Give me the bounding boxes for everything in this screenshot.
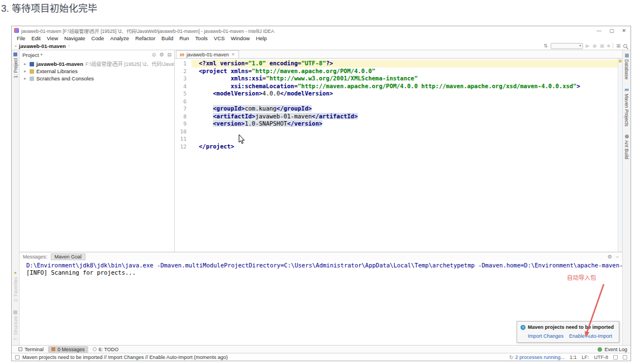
bottom-tab-label: 6: TODO [99, 347, 119, 352]
menu-edit[interactable]: Edit [28, 35, 43, 41]
chevron-down-icon: ▾ [579, 44, 581, 48]
code-line-content: xmlns:xsi="http://www.w3.org/2001/XMLSch… [192, 75, 618, 83]
project-tool-window: Project ▾ ⊙ ⚙ ⊟ ▸javaweb-01-mavenF:\班级管理… [20, 50, 175, 252]
chevron-right-icon: › [68, 43, 70, 49]
bottom-tab-messages[interactable]: 0 Messages [48, 346, 88, 353]
bottom-tab-todo[interactable]: 6: TODO [89, 346, 122, 353]
maven-goal-tab[interactable]: Maven Goal [51, 253, 86, 260]
minimize-button[interactable]: — [596, 28, 601, 33]
editor-scroll-stripe[interactable] [618, 59, 622, 252]
editor-body[interactable]: 1<?xml version="1.0" encoding="UTF-8"?>2… [175, 59, 622, 252]
code-token: <version> [213, 120, 245, 127]
maximize-button[interactable]: ▢ [609, 28, 614, 33]
menu-view[interactable]: View [44, 35, 61, 41]
notification-link-import-changes[interactable]: Import Changes [528, 333, 564, 340]
menu-analyze[interactable]: Analyze [107, 35, 132, 41]
database-icon [625, 54, 629, 58]
code-token: xsi:schemaLocation [231, 83, 294, 89]
toolwindow-button-database[interactable]: Database [624, 54, 629, 79]
search-everywhere-icon[interactable] [623, 44, 627, 48]
line-number: 12 [175, 143, 192, 151]
toolwindow-label: 1: Project [13, 58, 18, 78]
menu-bar: FileEditViewNavigateCodeAnalyzeRefactorB… [12, 35, 631, 42]
menu-tools[interactable]: Tools [193, 35, 211, 41]
code-line-content: <modelVersion>4.0.0</modelVersion> [192, 90, 618, 98]
root-icon [30, 62, 34, 66]
menu-vcs[interactable]: VCS [211, 35, 228, 41]
workspace: Project ▾ ⊙ ⚙ ⊟ ▸javaweb-01-mavenF:\班级管理… [20, 50, 622, 252]
code-token [199, 113, 213, 119]
status-message[interactable]: Maven projects need to be imported // Im… [22, 355, 228, 360]
code-line-5: 5 <modelVersion>4.0.0</modelVersion> [175, 90, 618, 98]
menu-navigate[interactable]: Navigate [61, 35, 88, 41]
project-structure-icon[interactable]: ⊞ [616, 43, 620, 49]
line-separator[interactable]: LF: [581, 355, 589, 360]
expand-chevron-icon[interactable]: ▸ [24, 76, 30, 81]
messages-label: Messages: [23, 254, 47, 260]
settings-gear-icon[interactable]: ⚙ [608, 254, 612, 260]
toolwindow-button-maven[interactable]: mMaven Projects [624, 87, 629, 127]
sort-icon[interactable]: ⇅ [543, 43, 548, 49]
ide-window: javaweb-01-maven [F:\班级管理\西开 [19525] \2、… [11, 26, 631, 361]
file-encoding[interactable]: UTF-8 [594, 355, 609, 360]
breadcrumb[interactable]: javaweb-01-maven [19, 43, 66, 49]
run-button[interactable]: ▶ [586, 43, 590, 49]
collapse-icon[interactable]: − [616, 254, 619, 260]
bottom-tab-terminal[interactable]: Terminal [15, 346, 47, 353]
menu-build[interactable]: Build [159, 35, 176, 41]
close-tab-icon[interactable]: ✕ [231, 52, 235, 57]
mouse-cursor-icon [238, 135, 245, 145]
library-icon [30, 69, 34, 74]
editor-tab-pom[interactable]: m javaweb-01-maven ✕ [176, 50, 239, 58]
menu-run[interactable]: Run [176, 35, 192, 41]
editor-area: m javaweb-01-maven ✕ 1<?xml version="1.0… [175, 50, 622, 252]
locate-icon[interactable]: ⊙ [152, 52, 156, 58]
menu-window[interactable]: Window [228, 35, 252, 41]
toolwindow-button-structure[interactable]: 7: Structure [13, 310, 18, 341]
hide-panel-icon[interactable]: ⊟ [167, 52, 171, 58]
status-bar-right: ↻ 2 processes running... 1:1 LF: UTF-8 [509, 355, 627, 360]
run-configuration-select[interactable]: ▾ [551, 43, 583, 49]
toolwindow-button-project[interactable]: 1: Project [13, 52, 18, 78]
expand-chevron-icon[interactable]: ▸ [24, 61, 30, 66]
code-area: 1<?xml version="1.0" encoding="UTF-8"?>2… [175, 59, 618, 252]
debug-button[interactable]: ◉ [593, 43, 597, 49]
menu-file[interactable]: File [14, 35, 28, 41]
editor-tab-bar: m javaweb-01-maven ✕ [175, 50, 622, 59]
notification-link-enable-auto-import[interactable]: Enable Auto-Import [569, 333, 612, 340]
toolwindow-button-ant[interactable]: Ant Build [624, 135, 629, 159]
caret-position[interactable]: 1:1 [570, 355, 577, 360]
editor-tab-label: javaweb-01-maven [187, 52, 229, 58]
menu-code[interactable]: Code [89, 35, 107, 41]
tree-label: Scratches and Consoles [36, 75, 94, 82]
hector-icon[interactable] [623, 355, 627, 360]
code-line-2: 2<project xmlns="http://maven.apache.org… [175, 68, 618, 75]
project-panel-title[interactable]: Project [22, 52, 39, 58]
tree-label: External Libraries [36, 68, 78, 74]
toolwindow-toggle-icon[interactable] [15, 355, 20, 360]
menu-help[interactable]: Help [253, 35, 270, 41]
lock-icon[interactable] [613, 355, 618, 360]
scratches-icon [30, 76, 34, 81]
toolwindow-label: Database [624, 59, 629, 79]
close-button[interactable]: ✕ [622, 28, 626, 33]
menu-refactor[interactable]: Refactor [132, 35, 158, 41]
event-log-button[interactable]: Event Log [598, 347, 627, 352]
tree-row-2[interactable]: ▸Scratches and Consoles [20, 75, 174, 82]
line-number: 10 [175, 128, 192, 136]
page: 3. 等待项目初始化完毕 javaweb-01-maven [F:\班级管理\西… [0, 0, 635, 364]
stop-button[interactable]: ■ [607, 43, 610, 49]
background-processes[interactable]: ↻ 2 processes running... [509, 355, 565, 360]
tree-row-1[interactable]: ▸External Libraries [20, 68, 174, 75]
code-token: </modelVersion> [280, 90, 333, 97]
code-token [199, 105, 213, 112]
tree-row-0[interactable]: ▸javaweb-01-mavenF:\班级管理\西开 [19525] \2、代… [20, 60, 174, 68]
expand-chevron-icon[interactable]: ▸ [24, 69, 30, 74]
toolwindow-button-star[interactable]: ★2: Favorites [13, 271, 18, 301]
code-line-content: <groupId>com.kuang</groupId> [192, 105, 618, 113]
code-line-content: <artifactId>javaweb-01-maven</artifactId… [192, 113, 618, 121]
code-line-6: 6 [175, 98, 618, 106]
coverage-button[interactable]: ▣ [600, 43, 605, 49]
console-line-0: D:\Environment\jdk8\jdk\bin\java.exe -Dm… [26, 262, 622, 269]
settings-gear-icon[interactable]: ⚙ [159, 52, 164, 58]
